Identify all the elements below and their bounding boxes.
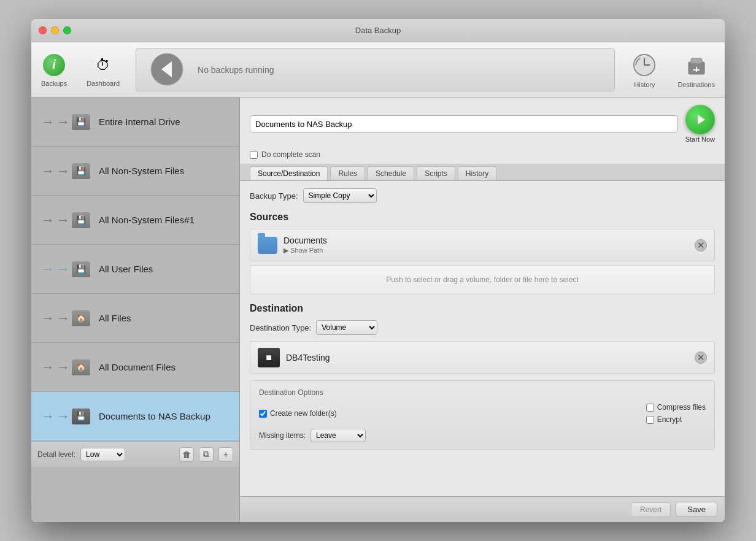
sidebar-label-6: All Document Files	[99, 362, 176, 372]
sources-title: Sources	[250, 212, 715, 223]
window-title: Data Backup	[355, 26, 401, 35]
encrypt-checkbox-label[interactable]: Encrypt	[646, 415, 682, 424]
tab-schedule[interactable]: Schedule	[368, 166, 414, 180]
backup-name-input[interactable]	[250, 115, 678, 132]
drop-zone-text: Push to select or drag a volume, folder …	[386, 275, 579, 284]
show-path-toggle[interactable]: ▶ Show Path	[284, 247, 688, 255]
destinations-toolbar-item[interactable]: Destinations	[668, 52, 725, 88]
sidebar-label-2: All Non-System Files	[99, 166, 184, 176]
create-new-folder-checkbox-label[interactable]: Create new folder(s)	[259, 409, 337, 418]
content-panel: Start Now Do complete scan Source/Destin…	[240, 98, 725, 522]
detail-level-label: Detail level:	[37, 450, 75, 459]
sidebar-label-4: All User Files	[99, 264, 153, 274]
drive-icon-6: 🏠	[72, 359, 90, 375]
arrow-icon-5b: →	[56, 310, 70, 326]
backup-type-row: Backup Type: Simple Copy Versioned Mirro…	[250, 188, 715, 203]
dashboard-label: Dashboard	[87, 80, 120, 87]
close-button[interactable]	[39, 26, 47, 34]
tab-scripts[interactable]: Scripts	[417, 166, 455, 180]
backups-label: Backups	[41, 80, 67, 87]
history-label: History	[634, 81, 655, 88]
start-now-label: Start Now	[685, 136, 715, 143]
sidebar-item-all-files[interactable]: → → 🏠 All Files	[31, 294, 239, 343]
dest-options-left: Create new folder(s)	[259, 409, 337, 418]
arrow-icon-4: →	[41, 261, 55, 277]
sidebar-icons-4: → → 💾	[41, 261, 90, 277]
sidebar-icons-1: → → 💾	[41, 114, 90, 130]
main-content: → → 💾 Entire Internal Drive → → 💾 All No…	[31, 98, 725, 522]
backup-type-label: Backup Type:	[250, 191, 298, 201]
compress-files-checkbox[interactable]	[646, 404, 654, 412]
app-logo	[148, 52, 185, 88]
sidebar-item-all-user-files[interactable]: → → 💾 All User Files	[31, 245, 239, 294]
dest-drive-icon: ■	[258, 348, 280, 367]
drive-icon-1: 💾	[72, 114, 90, 130]
save-button[interactable]: Save	[676, 502, 717, 517]
backup-type-select[interactable]: Simple Copy Versioned Mirror	[303, 188, 377, 203]
banner-status-text: No backups running	[198, 65, 274, 75]
destinations-label: Destinations	[677, 81, 715, 88]
sidebar-item-all-non-system-files[interactable]: → → 💾 All Non-System Files	[31, 147, 239, 196]
tab-source-destination[interactable]: Source/Destination	[250, 166, 328, 180]
sidebar-item-entire-internal-drive[interactable]: → → 💾 Entire Internal Drive	[31, 98, 239, 147]
tab-rules[interactable]: Rules	[330, 166, 365, 180]
start-now-button[interactable]: Start Now	[685, 105, 715, 143]
tab-history[interactable]: History	[458, 166, 496, 180]
sidebar-item-all-non-system-files-1[interactable]: → → 💾 All Non-System Files#1	[31, 196, 239, 245]
dest-type-select[interactable]: Volume Folder FTP	[316, 320, 377, 335]
dest-options-right: Compress files Encrypt	[646, 403, 706, 424]
minimize-button[interactable]	[51, 26, 59, 34]
source-drop-zone[interactable]: Push to select or drag a volume, folder …	[250, 265, 715, 294]
revert-button[interactable]: Revert	[631, 502, 671, 517]
delete-button[interactable]: 🗑	[179, 447, 194, 462]
sidebar-icons-5: → → 🏠	[41, 310, 90, 326]
arrow-icon-3: →	[41, 212, 55, 228]
remove-source-button[interactable]: ✕	[695, 239, 707, 251]
sidebar-item-all-document-files[interactable]: → → 🏠 All Document Files	[31, 343, 239, 392]
titlebar-buttons	[39, 26, 71, 34]
arrow-icon-2b: →	[56, 163, 70, 179]
destination-title: Destination	[250, 303, 715, 314]
remove-dest-button[interactable]: ✕	[695, 351, 707, 364]
complete-scan-row: Do complete scan	[240, 148, 725, 164]
arrow-icon-4b: →	[56, 261, 70, 277]
missing-items-row: Missing items: Leave Delete Archive	[259, 429, 706, 442]
dashboard-toolbar-item[interactable]: ⏱ Dashboard	[77, 53, 129, 87]
arrow-icon-5: →	[41, 310, 55, 326]
tabs-bar: Source/Destination Rules Schedule Script…	[240, 164, 725, 181]
complete-scan-label[interactable]: Do complete scan	[261, 150, 320, 159]
dashboard-icon: ⏱	[91, 53, 115, 77]
titlebar: Data Backup	[31, 19, 725, 42]
sidebar: → → 💾 Entire Internal Drive → → 💾 All No…	[31, 98, 240, 522]
backups-toolbar-item[interactable]: i Backups	[31, 53, 77, 87]
sidebar-label-7: Documents to NAS Backup	[99, 411, 210, 421]
detail-level-select[interactable]: Low Medium High	[80, 448, 125, 461]
arrow-icon-3b: →	[56, 212, 70, 228]
missing-items-select[interactable]: Leave Delete Archive	[310, 429, 366, 442]
drive-icon-5: 🏠	[72, 310, 90, 326]
content-header: Start Now	[240, 98, 725, 148]
dest-item-db4testing: ■ DB4Testing ✕	[250, 341, 715, 374]
maximize-button[interactable]	[63, 26, 71, 34]
encrypt-checkbox[interactable]	[646, 416, 654, 424]
complete-scan-checkbox[interactable]	[250, 151, 258, 159]
sidebar-label-5: All Files	[99, 313, 131, 323]
history-toolbar-item[interactable]: History	[621, 52, 668, 88]
content-body: Backup Type: Simple Copy Versioned Mirro…	[240, 181, 725, 496]
missing-items-label: Missing items:	[259, 431, 306, 440]
arrow-icon-6: →	[41, 359, 55, 375]
create-new-folder-checkbox[interactable]	[259, 410, 267, 418]
encrypt-label: Encrypt	[657, 415, 682, 424]
drive-icon-2: 💾	[72, 163, 90, 179]
duplicate-button[interactable]: ⧉	[199, 447, 214, 462]
add-button[interactable]: +	[218, 447, 233, 462]
compress-files-checkbox-label[interactable]: Compress files	[646, 403, 706, 412]
create-new-folder-label: Create new folder(s)	[270, 409, 337, 418]
dest-options-title: Destination Options	[259, 388, 706, 397]
source-item-name: Documents	[284, 236, 688, 245]
drive-icon-4: 💾	[72, 261, 90, 277]
sidebar-icons-6: → → 🏠	[41, 359, 90, 375]
start-now-icon	[685, 105, 715, 134]
sidebar-item-documents-to-nas-backup[interactable]: → → 💾 Documents to NAS Backup	[31, 392, 239, 441]
arrow-icon-6b: →	[56, 359, 70, 375]
